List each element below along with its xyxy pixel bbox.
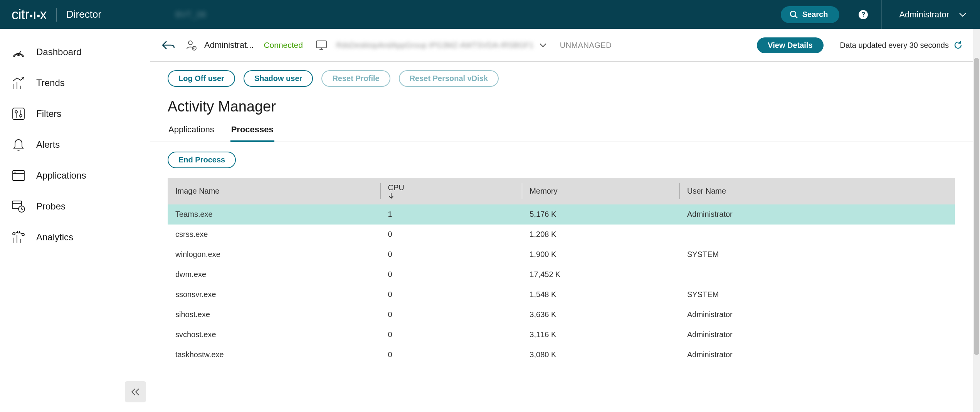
svg-point-0 [790, 11, 796, 17]
filters-sliders-icon [12, 107, 25, 121]
col-user-name[interactable]: User Name [679, 178, 955, 204]
cell-cpu: 0 [380, 225, 522, 245]
table-row[interactable]: svchost.exe03,116 KAdministrator [168, 325, 955, 345]
svg-rect-29 [316, 41, 326, 48]
connection-status: Connected [264, 41, 303, 50]
log-off-button[interactable]: Log Off user [168, 70, 235, 87]
reset-vdisk-button: Reset Personal vDisk [399, 70, 499, 87]
back-button[interactable] [162, 40, 175, 51]
svg-point-9 [15, 111, 17, 113]
cell-user [679, 265, 955, 285]
sidebar-item-label: Analytics [36, 232, 73, 243]
svg-rect-14 [14, 172, 16, 172]
sidebar-item-label: Dashboard [36, 47, 81, 57]
svg-rect-7 [13, 108, 24, 120]
monitor-icon [316, 40, 327, 50]
svg-line-24 [15, 232, 18, 233]
table-row[interactable]: winlogon.exe01,900 KSYSTEM [168, 245, 955, 265]
vertical-scrollbar[interactable] [974, 58, 979, 355]
main-content: i Administrat... Connected RdsDesktopAnd… [150, 29, 980, 412]
product-name: Director [66, 8, 101, 20]
sidebar-item-dashboard[interactable]: Dashboard [0, 37, 150, 68]
cell-user: Administrator [679, 345, 955, 365]
cell-image: taskhostw.exe [168, 345, 380, 365]
table-row[interactable]: ssonsvr.exe01,548 KSYSTEM [168, 285, 955, 305]
cell-memory: 17,452 K [522, 265, 679, 285]
cell-user: Administrator [679, 305, 955, 325]
session-actions: Log Off user Shadow user Reset Profile R… [150, 62, 980, 98]
sidebar-item-trends[interactable]: Trends [0, 68, 150, 98]
svg-line-1 [795, 16, 797, 18]
help-icon[interactable]: ? [859, 10, 868, 19]
cell-user: SYSTEM [679, 245, 955, 265]
table-row[interactable]: sihost.exe03,636 KAdministrator [168, 305, 955, 325]
cell-user: SYSTEM [679, 285, 955, 305]
sidebar-item-filters[interactable]: Filters [0, 98, 150, 129]
svg-point-26 [188, 41, 192, 45]
cell-user: Administrator [679, 204, 955, 225]
refresh-icon[interactable] [953, 41, 963, 50]
svg-point-3 [18, 54, 19, 56]
view-details-button[interactable]: View Details [757, 37, 823, 53]
svg-point-21 [13, 233, 15, 235]
user-menu-label: Administrator [899, 10, 949, 20]
reset-profile-button: Reset Profile [321, 70, 390, 87]
col-cpu[interactable]: CPU [380, 178, 522, 204]
svg-point-11 [20, 115, 22, 117]
cell-memory: 5,176 K [522, 204, 679, 225]
tab-applications[interactable]: Applications [168, 121, 215, 142]
app-header: citrıx Director BVT_08 Search ? Administ… [0, 0, 980, 29]
cell-cpu: 0 [380, 245, 522, 265]
sidebar-item-applications[interactable]: Applications [0, 160, 150, 191]
cell-cpu: 0 [380, 265, 522, 285]
context-info-bar: i Administrat... Connected RdsDesktopAnd… [150, 29, 980, 62]
col-label: Image Name [175, 187, 220, 195]
bell-icon [12, 138, 25, 152]
session-context-blurred: BVT_08 [175, 10, 206, 20]
table-row[interactable]: dwm.exe017,452 K [168, 265, 955, 285]
end-process-button[interactable]: End Process [168, 152, 236, 168]
activity-tabs: Applications Processes [150, 121, 980, 142]
cell-user [679, 225, 955, 245]
sidebar-item-label: Probes [36, 201, 66, 212]
app-window-icon [12, 169, 25, 182]
table-row[interactable]: Teams.exe15,176 KAdministrator [168, 204, 955, 225]
trends-chart-icon [12, 76, 25, 90]
sidebar-item-label: Alerts [36, 139, 60, 150]
cell-image: svchost.exe [168, 325, 380, 345]
probes-clock-icon [12, 199, 25, 213]
col-memory[interactable]: Memory [522, 178, 679, 204]
sidebar: Dashboard Trends Filters Alerts [0, 29, 150, 412]
sort-desc-icon [388, 192, 514, 199]
sidebar-item-analytics[interactable]: Analytics [0, 222, 150, 253]
cell-cpu: 0 [380, 345, 522, 365]
tab-processes[interactable]: Processes [230, 121, 274, 142]
cell-cpu: 0 [380, 325, 522, 345]
svg-point-22 [17, 231, 20, 233]
cell-image: Teams.exe [168, 204, 380, 225]
cell-image: csrss.exe [168, 225, 380, 245]
citrix-logo: citrıx [12, 7, 47, 23]
cell-user: Administrator [679, 325, 955, 345]
sidebar-item-probes[interactable]: Probes [0, 191, 150, 222]
search-button[interactable]: Search [781, 6, 840, 23]
cell-image: dwm.exe [168, 265, 380, 285]
sidebar-item-label: Trends [36, 78, 65, 88]
cell-image: sihost.exe [168, 305, 380, 325]
header-divider-right [881, 0, 882, 29]
col-image-name[interactable]: Image Name [168, 178, 380, 204]
shadow-user-button[interactable]: Shadow user [244, 70, 313, 87]
sidebar-collapse-button[interactable] [125, 381, 146, 402]
table-row[interactable]: csrss.exe01,208 K [168, 225, 955, 245]
machine-dropdown[interactable] [539, 42, 547, 48]
user-menu[interactable]: Administrator [899, 10, 980, 20]
sidebar-item-alerts[interactable]: Alerts [0, 129, 150, 160]
table-header-row: Image Name CPU Memory User Name [168, 178, 955, 204]
cell-memory: 3,116 K [522, 325, 679, 345]
table-row[interactable]: taskhostw.exe03,080 KAdministrator [168, 345, 955, 365]
sidebar-item-label: Applications [36, 170, 86, 181]
cell-image: ssonsvr.exe [168, 285, 380, 305]
cell-cpu: 0 [380, 285, 522, 305]
machine-name-blurred: RdsDesktopAndAppGroup IPG3MZ-AWTSVDA-IRS… [336, 41, 534, 50]
col-label: Memory [530, 187, 557, 195]
